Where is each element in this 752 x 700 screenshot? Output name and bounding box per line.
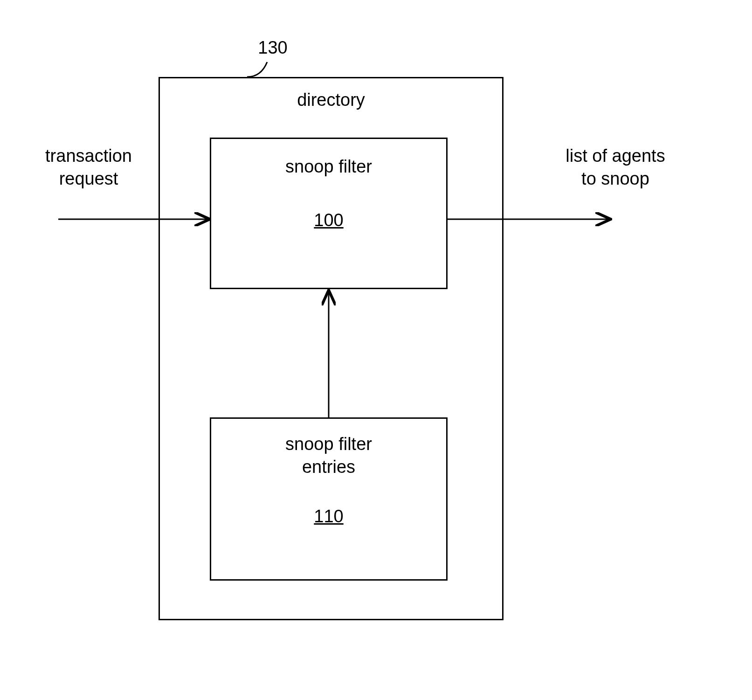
snoop-entries-title: snoop filter entries (211, 433, 446, 479)
output-label: list of agents to snoop (550, 145, 681, 191)
snoop-entries-ref: 110 (211, 505, 446, 528)
callout-lead-line (247, 62, 267, 77)
snoop-filter-box: snoop filter 100 (210, 138, 448, 289)
directory-title: directory (160, 89, 502, 111)
snoop-entries-box: snoop filter entries 110 (210, 417, 448, 581)
snoop-filter-title: snoop filter (211, 155, 446, 178)
input-label: transaction request (35, 145, 142, 191)
callout-ref-130: 130 (254, 36, 291, 59)
snoop-filter-ref: 100 (211, 209, 446, 232)
